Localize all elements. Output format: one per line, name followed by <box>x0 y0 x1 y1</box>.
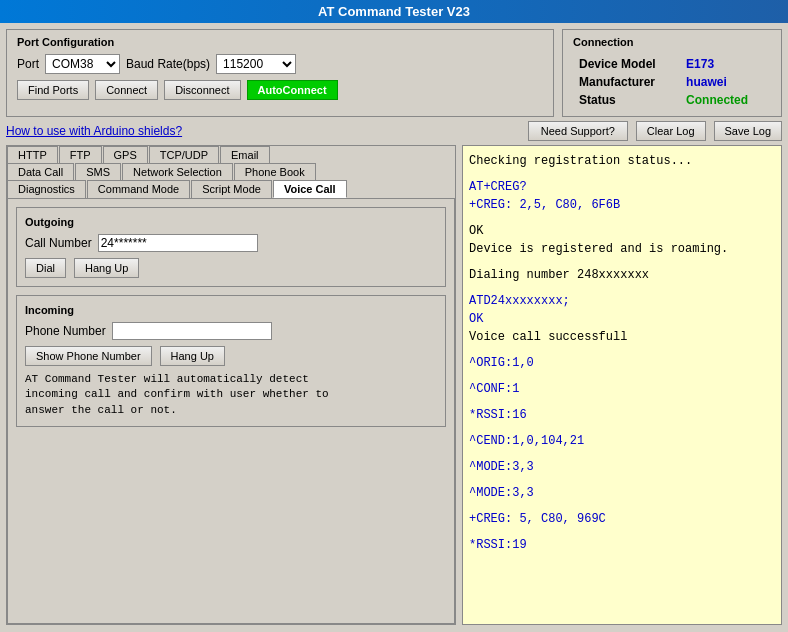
log-panel: Checking registration status... AT+CREG?… <box>462 145 782 625</box>
connect-button[interactable]: Connect <box>95 80 158 100</box>
incoming-section: Incoming Phone Number Show Phone Number … <box>16 295 446 427</box>
log-line: *RSSI:19 <box>469 536 775 554</box>
port-row: Port COM38 Baud Rate(bps) 115200 <box>17 54 543 74</box>
device-model-value: E173 <box>682 56 769 72</box>
port-label: Port <box>17 57 39 71</box>
clear-log-button[interactable]: Clear Log <box>636 121 706 141</box>
log-line: +CREG: 5, C80, 969C <box>469 510 775 528</box>
incoming-info-text: AT Command Tester will automatically det… <box>25 372 437 418</box>
log-line: ^MODE:3,3 <box>469 484 775 502</box>
port-btn-row: Find Ports Connect Disconnect AutoConnec… <box>17 80 543 100</box>
tab-http[interactable]: HTTP <box>7 146 58 163</box>
log-line: ^CONF:1 <box>469 380 775 398</box>
tab-phonebook[interactable]: Phone Book <box>234 163 316 180</box>
log-line <box>469 170 775 178</box>
tab-sms[interactable]: SMS <box>75 163 121 180</box>
log-line <box>469 372 775 380</box>
log-line: OK <box>469 310 775 328</box>
incoming-title: Incoming <box>25 304 437 316</box>
phone-number-row: Phone Number <box>25 322 437 340</box>
outgoing-section: Outgoing Call Number Dial Hang Up <box>16 207 446 287</box>
save-log-button[interactable]: Save Log <box>714 121 782 141</box>
baud-select[interactable]: 115200 <box>216 54 296 74</box>
log-line: ^CEND:1,0,104,21 <box>469 432 775 450</box>
outgoing-title: Outgoing <box>25 216 437 228</box>
log-line <box>469 424 775 432</box>
status-value: Connected <box>682 92 769 108</box>
arduino-link[interactable]: How to use with Arduino shields? <box>6 124 182 138</box>
connection-table: Device Model E173 Manufacturer huawei St… <box>573 54 771 110</box>
port-select[interactable]: COM38 <box>45 54 120 74</box>
tab-script-mode[interactable]: Script Mode <box>191 180 272 198</box>
log-line: ATD24xxxxxxxx; <box>469 292 775 310</box>
tab-command-mode[interactable]: Command Mode <box>87 180 190 198</box>
disconnect-button[interactable]: Disconnect <box>164 80 240 100</box>
log-line: +CREG: 2,5, C80, 6F6B <box>469 196 775 214</box>
log-line <box>469 346 775 354</box>
tab-network-selection[interactable]: Network Selection <box>122 163 233 180</box>
tab-ftp[interactable]: FTP <box>59 146 102 163</box>
call-number-input[interactable] <box>98 234 258 252</box>
port-config-title: Port Configuration <box>17 36 543 48</box>
main-content: Port Configuration Port COM38 Baud Rate(… <box>0 23 788 631</box>
dial-button[interactable]: Dial <box>25 258 66 278</box>
dial-row: Dial Hang Up <box>25 258 437 278</box>
find-ports-button[interactable]: Find Ports <box>17 80 89 100</box>
show-phone-number-button[interactable]: Show Phone Number <box>25 346 152 366</box>
tab-email[interactable]: Email <box>220 146 270 163</box>
app-title: AT Command Tester V23 <box>318 4 470 19</box>
top-row: Port Configuration Port COM38 Baud Rate(… <box>6 29 782 117</box>
log-line: ^ORIG:1,0 <box>469 354 775 372</box>
log-line: *RSSI:16 <box>469 406 775 424</box>
log-line <box>469 214 775 222</box>
incoming-btn-row: Show Phone Number Hang Up <box>25 346 437 366</box>
status-label: Status <box>575 92 680 108</box>
log-line <box>469 398 775 406</box>
log-line: OK <box>469 222 775 240</box>
log-line: AT+CREG? <box>469 178 775 196</box>
log-line: Device is registered and is roaming. <box>469 240 775 258</box>
bottom-area: HTTP FTP GPS TCP/UDP Email Data Call SMS… <box>6 145 782 625</box>
call-number-label: Call Number <box>25 236 92 250</box>
log-line <box>469 476 775 484</box>
tab-diagnostics[interactable]: Diagnostics <box>7 180 86 198</box>
call-number-row: Call Number <box>25 234 437 252</box>
log-line <box>469 450 775 458</box>
hangup-outgoing-button[interactable]: Hang Up <box>74 258 139 278</box>
manufacturer-label: Manufacturer <box>575 74 680 90</box>
connection-title: Connection <box>573 36 771 48</box>
need-support-button[interactable]: Need Support? <box>528 121 628 141</box>
port-config-box: Port Configuration Port COM38 Baud Rate(… <box>6 29 554 117</box>
autoconnect-button[interactable]: AutoConnect <box>247 80 338 100</box>
tab-tcpudp[interactable]: TCP/UDP <box>149 146 219 163</box>
hangup-incoming-button[interactable]: Hang Up <box>160 346 225 366</box>
voice-call-content: Outgoing Call Number Dial Hang Up Incomi… <box>7 198 455 624</box>
connection-box: Connection Device Model E173 Manufacture… <box>562 29 782 117</box>
baud-label: Baud Rate(bps) <box>126 57 210 71</box>
tabs-row2: Data Call SMS Network Selection Phone Bo… <box>7 163 455 180</box>
device-model-label: Device Model <box>575 56 680 72</box>
title-bar: AT Command Tester V23 <box>0 0 788 23</box>
tab-gps[interactable]: GPS <box>103 146 148 163</box>
phone-number-label: Phone Number <box>25 324 106 338</box>
log-line: Dialing number 248xxxxxxx <box>469 266 775 284</box>
tab-voice-call[interactable]: Voice Call <box>273 180 347 198</box>
manufacturer-value: huawei <box>682 74 769 90</box>
log-line: Voice call successfull <box>469 328 775 346</box>
log-line <box>469 258 775 266</box>
left-panel: HTTP FTP GPS TCP/UDP Email Data Call SMS… <box>6 145 456 625</box>
log-line <box>469 502 775 510</box>
tabs-row1: HTTP FTP GPS TCP/UDP Email <box>7 146 455 163</box>
log-line <box>469 284 775 292</box>
log-line: Checking registration status... <box>469 152 775 170</box>
log-line: ^MODE:3,3 <box>469 458 775 476</box>
tab-datacall[interactable]: Data Call <box>7 163 74 180</box>
log-line <box>469 528 775 536</box>
middle-row: How to use with Arduino shields? Need Su… <box>6 121 782 141</box>
tabs-row3: Diagnostics Command Mode Script Mode Voi… <box>7 180 455 198</box>
phone-number-input[interactable] <box>112 322 272 340</box>
